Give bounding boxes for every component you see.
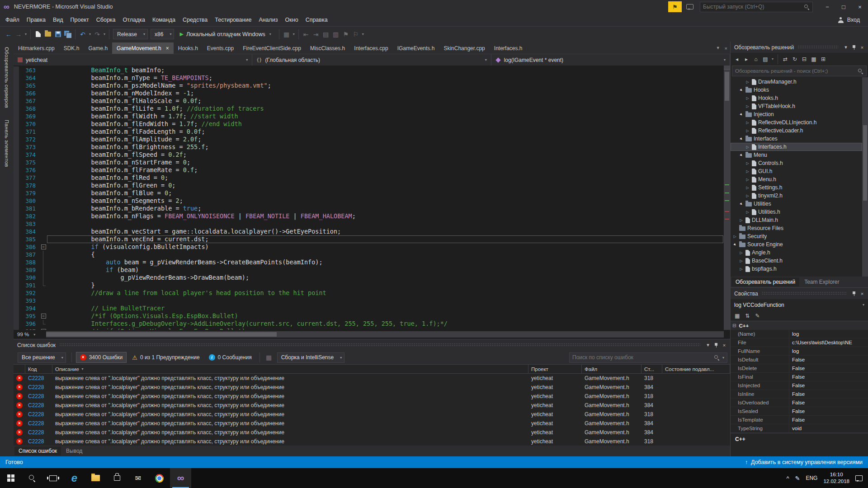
breakpoint-margin[interactable] (14, 274, 19, 282)
breakpoint-margin[interactable] (14, 66, 19, 74)
tree-file[interactable]: ▷Interfaces.h (731, 143, 862, 151)
panel-tab[interactable]: Вывод (62, 446, 86, 455)
column-header[interactable]: Код (25, 365, 52, 373)
properties-header[interactable]: Свойства × (731, 288, 868, 299)
property-row[interactable]: (Name)log (731, 330, 868, 338)
search-dropdown-icon[interactable]: ▾ (722, 356, 724, 360)
code-line[interactable]: 379 beamInfo.m_flBlue = 0; (14, 189, 724, 197)
file-tab[interactable]: Interfaces.h (490, 42, 527, 54)
fold-collapse-icon[interactable]: − (41, 329, 46, 330)
expander-icon[interactable]: ▷ (745, 194, 750, 198)
breakpoint-margin[interactable] (14, 305, 19, 312)
navbar-dropdown[interactable]: yeticheat▾ (14, 54, 252, 66)
edge-button[interactable]: e (64, 468, 85, 488)
object-dropdown[interactable]: log VCCodeFunction▾ (731, 299, 868, 310)
property-row[interactable]: Filec:\Users\twist\Desktop\NE (731, 338, 868, 347)
breakpoint-margin[interactable] (14, 328, 19, 330)
tree-file[interactable]: ▷Hooks.h (731, 94, 862, 102)
menu-item[interactable]: Вид (49, 15, 67, 25)
error-row[interactable]: ×C2228выражение слева от ".localplayer" … (14, 392, 730, 401)
bookmark-icon[interactable]: ⚑ (341, 29, 351, 40)
comment-icon[interactable]: ▤ (321, 29, 331, 40)
solution-search-input[interactable] (735, 68, 855, 74)
error-row[interactable]: ×C2228выражение слева от ".localplayer" … (14, 410, 730, 419)
code-line[interactable]: 377 beamInfo.m_flRed = 0; (14, 174, 724, 182)
expander-icon[interactable]: ▷ (745, 121, 750, 125)
expander-icon[interactable]: ▷ (739, 259, 744, 263)
tree-folder[interactable]: ▼Menu (731, 151, 862, 159)
redo-icon[interactable]: ↷ (92, 29, 102, 40)
tree-scrollbar[interactable] (862, 77, 868, 277)
property-row[interactable]: IsDeleteFalse (731, 364, 868, 373)
file-explorer-button[interactable] (85, 468, 106, 488)
code-line[interactable]: 374 beamInfo.m_flSpeed = 0.2f; (14, 151, 724, 159)
breakpoint-margin[interactable] (14, 189, 19, 197)
column-header[interactable]: Описание▼ (52, 365, 528, 373)
code-line[interactable]: 386− if (visualconfig.bBulletImpacts) (14, 243, 724, 251)
menu-item[interactable]: Справка (302, 15, 331, 25)
notifications-flag-icon[interactable]: ⚑ (668, 1, 682, 12)
pin-icon[interactable] (850, 43, 858, 52)
file-tab[interactable]: Hooks.h (174, 42, 203, 54)
expander-icon[interactable]: ▷ (739, 267, 744, 271)
file-tab[interactable]: Game.h (84, 42, 112, 54)
error-code[interactable]: C2228 (25, 429, 52, 436)
tree-file[interactable]: ▷BaseClient.h (731, 257, 862, 265)
code-line[interactable]: 391 } (14, 282, 724, 289)
tree-folder[interactable]: ▷Security (731, 232, 862, 240)
column-header[interactable]: Проект (528, 365, 582, 373)
tree-file[interactable]: ▷tinyxml2.h (731, 192, 862, 200)
code-line[interactable]: 366 beamInfo.m_nModelIndex = -1; (14, 89, 724, 97)
code-line[interactable]: 373 beamInfo.m_flBrightness = 255.f; (14, 143, 724, 151)
code-line[interactable]: 367 beamInfo.m_flHaloScale = 0.0f; (14, 97, 724, 105)
configuration-dropdown[interactable]: Release▾ (113, 29, 148, 39)
menu-item[interactable]: Команда (149, 15, 179, 25)
property-value[interactable]: False (789, 356, 868, 364)
tree-file[interactable]: ▷GUI.h (731, 167, 862, 175)
code-line[interactable]: 381 beamInfo.m_bRenderable = true; (14, 205, 724, 212)
breakpoint-margin[interactable] (14, 205, 19, 212)
source-filter-dropdown[interactable]: Сборка и IntelliSense▾ (277, 352, 345, 363)
property-value[interactable]: False (789, 373, 868, 381)
code-line[interactable]: 376 beamInfo.m_flFrameRate = 0.f; (14, 166, 724, 174)
debug-target-dropdown-icon[interactable]: ▾ (292, 32, 296, 36)
property-pages-icon[interactable]: ✎ (755, 313, 760, 319)
expander-icon[interactable]: ▷ (745, 169, 750, 174)
zoom-selector[interactable]: 99 %▾ (14, 332, 46, 337)
menu-item[interactable]: Анализ (255, 15, 281, 25)
breakpoint-margin[interactable] (14, 166, 19, 174)
breakpoint-margin[interactable] (14, 289, 19, 297)
file-tab[interactable]: SkinChanger.cpp (439, 42, 489, 54)
debug-target-icon[interactable]: ▦ (282, 29, 292, 40)
switch-views-dropdown-icon[interactable]: ▾ (770, 57, 775, 61)
fold-margin[interactable]: − (40, 328, 47, 330)
store-button[interactable] (106, 468, 127, 488)
error-row[interactable]: ×C2228выражение слева от ".localplayer" … (14, 374, 730, 383)
tree-folder[interactable]: ▼Hooks (731, 86, 862, 94)
menu-item[interactable]: Проект (67, 15, 93, 25)
redo-dropdown-icon[interactable]: ▾ (102, 32, 107, 36)
mail-button[interactable]: ✉ (127, 468, 149, 488)
back-icon[interactable]: ◂ (732, 54, 741, 64)
error-code[interactable]: C2228 (25, 411, 52, 418)
bookmark-remove-icon[interactable]: ⚐ (351, 29, 361, 40)
menu-item[interactable]: Средства (179, 15, 211, 25)
clock[interactable]: 16:10 12.02.2018 (823, 471, 849, 485)
breakpoint-margin[interactable] (14, 282, 19, 289)
error-code[interactable]: C2228 (25, 420, 52, 427)
properties-icon[interactable]: ⊞ (819, 54, 828, 64)
breakpoint-margin[interactable] (14, 220, 19, 228)
error-search-box[interactable]: ▾ (569, 352, 727, 363)
warnings-filter-button[interactable]: ⚠ 0 из 1 Предупреждение (128, 352, 203, 363)
code-line[interactable]: 388 auto beam = g_pViewRenderBeams->Crea… (14, 258, 724, 266)
property-value[interactable]: False (789, 381, 868, 390)
quick-launch-input[interactable] (703, 4, 804, 10)
task-view-button[interactable] (42, 468, 64, 488)
column-header[interactable]: Состояние подавл... (662, 365, 730, 373)
category-group[interactable]: ⊟ C++ (731, 321, 868, 330)
messages-filter-button[interactable]: i 0 Сообщения (205, 352, 255, 363)
error-code[interactable]: C2228 (25, 393, 52, 399)
breakpoint-margin[interactable] (14, 120, 19, 128)
file-tab[interactable]: IGameEvents.h (393, 42, 439, 54)
window-menu-icon[interactable]: ▾ (842, 43, 850, 52)
